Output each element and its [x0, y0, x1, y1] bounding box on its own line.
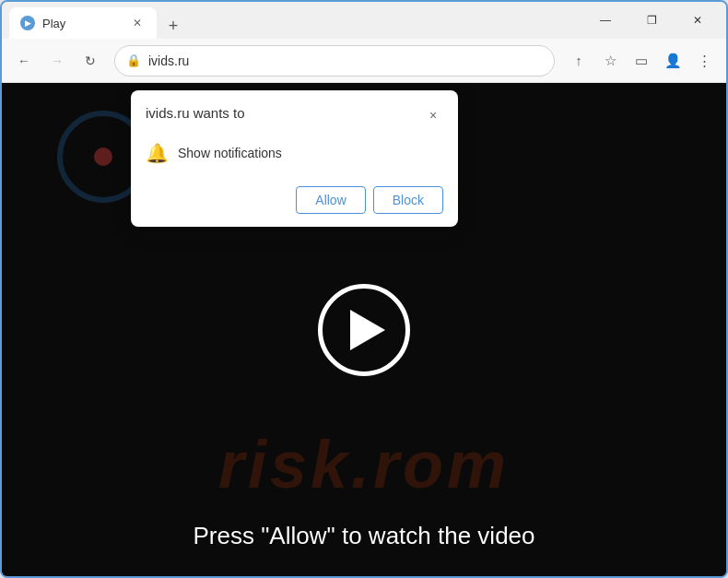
block-button[interactable]: Block: [373, 186, 443, 214]
reload-button[interactable]: ↻: [76, 46, 105, 76]
share-button[interactable]: ↑: [564, 46, 593, 76]
back-button[interactable]: ←: [9, 46, 39, 76]
notification-row: 🔔 Show notifications: [146, 135, 443, 171]
menu-button[interactable]: ⋮: [689, 46, 719, 76]
bookmark-button[interactable]: ☆: [595, 46, 625, 76]
title-bar: ▶ Play ✕ + — ❐ ✕: [2, 2, 726, 39]
play-button[interactable]: [318, 284, 410, 376]
allow-button[interactable]: Allow: [296, 186, 365, 214]
notification-popup: ivids.ru wants to × 🔔 Show notifications…: [131, 90, 458, 227]
minimize-button[interactable]: —: [584, 6, 627, 35]
nav-bar: ← → ↻ 🔒 ivids.ru ↑ ☆ ▭ 👤 ⋮: [2, 39, 726, 83]
profile-button[interactable]: 👤: [658, 46, 687, 76]
lock-icon: 🔒: [126, 53, 141, 67]
split-view-button[interactable]: ▭: [627, 46, 656, 76]
forward-button[interactable]: →: [42, 46, 72, 76]
maximize-button[interactable]: ❐: [630, 6, 673, 35]
play-triangle-icon: [350, 310, 385, 350]
new-tab-button[interactable]: +: [160, 13, 186, 39]
bell-icon: 🔔: [146, 142, 169, 164]
window-controls: — ❐ ✕: [584, 6, 719, 35]
notification-label: Show notifications: [178, 146, 282, 160]
watermark-text: risk.rom: [2, 427, 726, 502]
popup-title: ivids.ru wants to: [146, 105, 245, 121]
active-tab[interactable]: ▶ Play ✕: [9, 7, 157, 39]
url-text: ivids.ru: [148, 53, 543, 68]
press-allow-text: Press "Allow" to watch the video: [2, 522, 726, 550]
address-bar[interactable]: 🔒 ivids.ru: [114, 45, 555, 77]
logo-inner: [94, 147, 112, 166]
video-background: risk.rom Press "Allow" to watch the vide…: [2, 83, 726, 576]
close-button[interactable]: ✕: [676, 6, 719, 35]
tab-favicon: ▶: [20, 16, 35, 30]
tab-area: ▶ Play ✕ +: [9, 2, 571, 39]
tab-close-button[interactable]: ✕: [129, 15, 146, 31]
popup-header: ivids.ru wants to ×: [146, 105, 443, 125]
nav-right-icons: ↑ ☆ ▭ 👤 ⋮: [564, 46, 719, 76]
popup-buttons: Allow Block: [146, 186, 443, 214]
content-area: risk.rom Press "Allow" to watch the vide…: [2, 83, 726, 576]
popup-close-button[interactable]: ×: [423, 105, 443, 125]
tab-title: Play: [42, 17, 122, 30]
